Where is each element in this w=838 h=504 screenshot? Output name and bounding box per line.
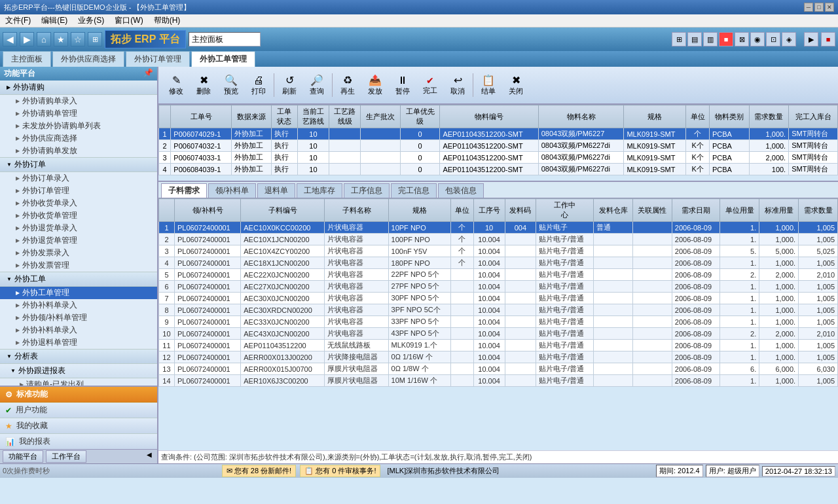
sidebar-item-order-entry[interactable]: ▶外协订单录入 — [0, 172, 157, 185]
menu-file[interactable]: 文件(F) — [3, 14, 33, 27]
status-review[interactable]: 📋 您有 0 件审核事务! — [300, 465, 380, 477]
section-workorder-title[interactable]: ▼外协工单 — [0, 272, 157, 287]
sidebar-item-invoice-mgmt[interactable]: ▶外协发票管理 — [0, 259, 157, 272]
tab-site-inventory[interactable]: 工地库存 — [297, 183, 342, 198]
lower-table-row[interactable]: 10PL06072400001AEC43X0JCN00200片状电容器43PF … — [159, 328, 838, 340]
btn-pause[interactable]: ⏸ 暂停 — [390, 73, 415, 98]
bottom-tab-function[interactable]: 功能平台 — [3, 450, 43, 463]
lower-table-row[interactable]: 4PL06072400001AEC18X1JCN00200片状电容器180PF … — [159, 257, 838, 269]
tab-sub-material[interactable]: 子料需求 — [161, 183, 207, 198]
lower-table-row[interactable]: 8PL06072400001AEC30XRDCN00200片状电容器3PF NP… — [159, 304, 838, 316]
tb-icon-4[interactable]: ■ — [719, 32, 733, 46]
sidebar-item-purchase-mgmt[interactable]: ▶外协请购单管理 — [0, 107, 157, 120]
tb-icon-3[interactable]: ▥ — [703, 32, 718, 46]
tb-icon-2[interactable]: ▤ — [687, 32, 702, 46]
menu-window[interactable]: 窗口(W) — [112, 14, 145, 27]
sidebar-item-material-entry[interactable]: ▶外协补料单录入 — [0, 324, 157, 336]
sidebar-item-supplement-entry[interactable]: ▶外协补料单录入 — [0, 299, 157, 312]
tab-pick-supplement[interactable]: 领/补料单 — [208, 183, 256, 198]
nav-back-button[interactable]: ◀ — [3, 32, 17, 46]
lower-table-container[interactable]: 领/补料号 子料编号 子料名称 规格 单位 工序号 发料码 工作中心 发料仓库 … — [158, 198, 838, 450]
maximize-button[interactable]: □ — [814, 3, 824, 12]
upper-table-row[interactable]: 2P006074032-1外协加工执行100AEP011043512200-SM… — [159, 140, 838, 152]
upper-table-row[interactable]: 4P006084039-1外协加工执行100AEP011043512200-SM… — [159, 164, 838, 175]
tab-packing-info[interactable]: 包装信息 — [438, 183, 484, 198]
btn-delete[interactable]: ✖ 删除 — [191, 72, 216, 98]
nav-bookmark2-button[interactable]: ☆ — [71, 32, 85, 46]
tab-complete-info[interactable]: 完工信息 — [391, 183, 437, 198]
tab-process-info[interactable]: 工序信息 — [344, 183, 390, 198]
sidebar-item-return-entry[interactable]: ▶外协退货单录入 — [0, 222, 157, 234]
btn-preview[interactable]: 🔍 预览 — [219, 72, 244, 98]
nav-forward-button[interactable]: ▶ — [20, 32, 34, 46]
sidebar-pin-icon[interactable]: 📌 — [143, 68, 153, 79]
menu-edit[interactable]: 编辑(E) — [39, 14, 70, 27]
btn-modify[interactable]: ✎ 修改 — [164, 72, 189, 98]
sidebar-item-release[interactable]: ▶外协请购单发放 — [0, 145, 157, 157]
sidebar-item-return2-mgmt[interactable]: ▶外协退料单管理 — [0, 336, 157, 349]
section-purchase-title[interactable]: ▶外协请购 — [0, 81, 157, 95]
tb-icon-5[interactable]: ⊠ — [735, 32, 749, 46]
lower-table-row[interactable]: 6PL06072400001AEC27X0JCN00200片状电容器27PF N… — [159, 281, 838, 293]
nav-bookmark-button[interactable]: ★ — [54, 32, 68, 46]
bottom-tab-workspace[interactable]: 工作平台 — [46, 450, 86, 463]
nav-home-button[interactable]: ⌂ — [37, 32, 51, 46]
nav-grid-button[interactable]: ⊞ — [88, 32, 102, 46]
upper-table-row[interactable]: 3P006074033-1外协加工执行100AEP011043512200-SM… — [159, 152, 838, 164]
btn-close-order[interactable]: 📋 结单 — [476, 72, 501, 98]
sidebar-item-supplier-sel[interactable]: ▶外协供应商选择 — [0, 132, 157, 145]
tb-icon-1[interactable]: ⊞ — [672, 32, 686, 46]
lower-table-row[interactable]: 3PL06072400001AEC10X4ZCY00200片状电容器100nF … — [159, 245, 838, 257]
btn-print[interactable]: 🖨 打印 — [246, 73, 271, 98]
lower-table-row[interactable]: 9PL06072400001AEC33X0JCN00200片状电容器33PF N… — [159, 316, 838, 328]
tb-icon-8[interactable]: ◈ — [782, 32, 796, 46]
upper-table-container[interactable]: 工单号 数据来源 工单状态 当前工艺路线 工艺路线级 生产批次 工单优先级 物料… — [158, 105, 838, 182]
btn-complete[interactable]: ✔ 完工 — [418, 73, 443, 98]
lower-table-row[interactable]: 2PL06072400001AEC10X1JCN00200片状电容器100PF … — [159, 234, 838, 245]
sidebar-item-material-mgmt[interactable]: ▶外协领/补料单管理 — [0, 312, 157, 324]
btn-regenerate[interactable]: ♻ 再生 — [335, 72, 360, 98]
close-button[interactable]: ✕ — [825, 3, 834, 12]
btn-user-function[interactable]: ✔ 用户功能 — [0, 403, 157, 418]
sidebar-item-unreleased[interactable]: ▶未发放外协请购单列表 — [0, 120, 157, 132]
section-report-title[interactable]: ▼外协跟进报表 — [0, 364, 157, 378]
lower-table-row[interactable]: 5PL06072400001AEC22X0JCN00200片状电容器22PF N… — [159, 269, 838, 281]
tab-return[interactable]: 退料单 — [257, 183, 295, 198]
sidebar-item-recv-entry[interactable]: ▶外协收货单录入 — [0, 197, 157, 209]
btn-my-reports[interactable]: 📊 我的报表 — [0, 434, 157, 449]
tab-main-panel[interactable]: 主控面板 — [3, 51, 51, 67]
sidebar-collapse-icon[interactable]: ◀ — [144, 450, 155, 463]
btn-release[interactable]: 📤 发放 — [363, 72, 388, 98]
sidebar-item-invoice-entry[interactable]: ▶外协发票录入 — [0, 247, 157, 259]
tab-workorder-mgmt[interactable]: 外协工单管理 — [191, 51, 255, 67]
sidebar-item-purchase-entry[interactable]: ▶外协请购单录入 — [0, 95, 157, 107]
btn-close[interactable]: ✖ 关闭 — [503, 72, 528, 98]
lower-table-row[interactable]: 11PL06072400001AEP011043512200无线鼠线路板MLK0… — [159, 340, 838, 351]
tb-icon-7[interactable]: ⊡ — [766, 32, 780, 46]
btn-standard-function[interactable]: ⚙ 标准功能 — [0, 387, 157, 403]
upper-table-row[interactable]: 1P006074029-1外协加工执行100AEP011043512200-SM… — [159, 128, 838, 140]
btn-favorites[interactable]: ★ 我的收藏 — [0, 418, 157, 434]
minimize-button[interactable]: ─ — [804, 3, 813, 12]
section-order-title[interactable]: ▼外协订单 — [0, 157, 157, 172]
section-analysis-title[interactable]: ▼分析表 — [0, 349, 157, 364]
lower-table-row[interactable]: 1PL06072400001AEC10X0KCC00200片状电容器10PF N… — [159, 222, 838, 234]
sidebar-item-workorder-mgmt[interactable]: ▶外协工单管理 — [0, 287, 157, 299]
lower-table-row[interactable]: 12PL06072400001AERR00X013J00200片状降接电阻器0Ω… — [159, 351, 838, 363]
menu-business[interactable]: 业务(S) — [75, 14, 107, 27]
status-email[interactable]: ✉ 您有 28 份新邮件! — [222, 465, 296, 477]
btn-refresh[interactable]: ↺ 刷新 — [277, 72, 302, 98]
sidebar-item-order-mgmt[interactable]: ▶外协订单管理 — [0, 185, 157, 197]
sidebar-item-recv-mgmt[interactable]: ▶外协收货单管理 — [0, 209, 157, 222]
lower-table-row[interactable]: 14PL06072400001AER10X6J3C00200厚膜片状电阻器10M… — [159, 375, 838, 387]
menu-help[interactable]: 帮助(H) — [151, 14, 183, 27]
tb-icon-9[interactable]: ▶ — [804, 32, 818, 46]
lower-table-row[interactable]: 7PL06072400001AEC30X0JCN00200片状电容器30PF N… — [159, 293, 838, 304]
breadcrumb-input[interactable] — [189, 32, 261, 46]
tb-icon-10[interactable]: ■ — [821, 32, 835, 46]
btn-cancel[interactable]: ↩ 取消 — [445, 72, 470, 98]
tab-order-mgmt[interactable]: 外协订单管理 — [126, 51, 190, 67]
lower-table-row[interactable]: 13PL06072400001AERR00X015J00700厚膜片状电阻器0Ω… — [159, 363, 838, 375]
btn-query[interactable]: 🔎 查询 — [304, 72, 329, 98]
tab-supplier-select[interactable]: 外协供应商选择 — [52, 51, 124, 67]
